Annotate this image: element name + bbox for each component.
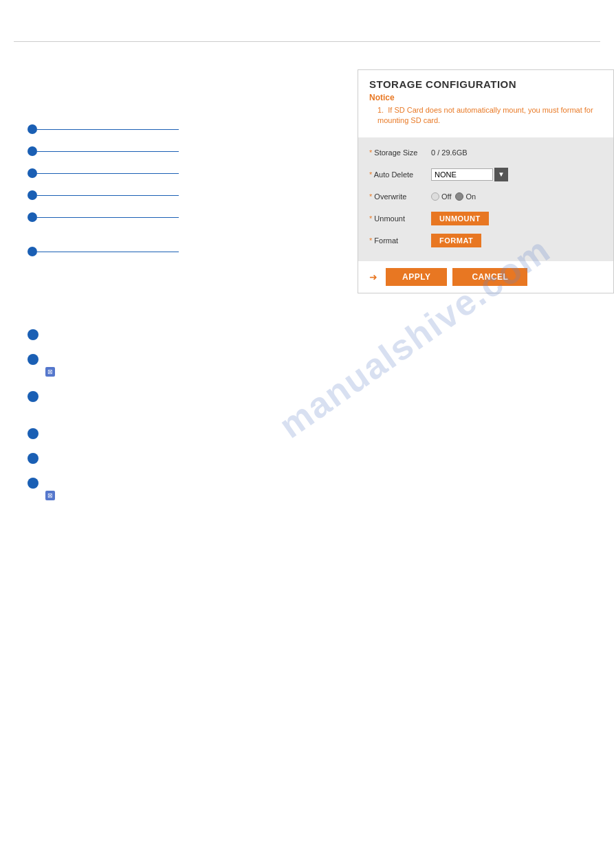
top-divider: [14, 41, 600, 42]
annotation-dot-2: [28, 146, 37, 156]
bullet-text-1: [45, 328, 47, 340]
annotation-line-2: [37, 151, 179, 152]
bullet-dot-6: [28, 478, 39, 489]
annotation-line-4: [37, 195, 179, 196]
auto-delete-row: Auto Delete NONE ▼: [369, 166, 602, 183]
auto-delete-select[interactable]: NONE: [431, 168, 493, 181]
bullet-item-6: ⊠: [28, 476, 586, 501]
storage-size-label: Storage Size: [369, 148, 431, 157]
overwrite-row: Overwrite Off On: [369, 188, 602, 205]
bullet-text-2: ⊠: [45, 353, 58, 377]
bullet-text-4: [45, 427, 47, 439]
storage-config-panel: STORAGE CONFIGURATION Notice 1. If SD Ca…: [358, 69, 614, 293]
annotation-line-6: [37, 252, 179, 252]
auto-delete-label: Auto Delete: [369, 170, 431, 179]
format-label: Format: [369, 236, 431, 245]
annotation-dot-5: [28, 212, 37, 222]
notice-text: 1. If SD Card does not automatically mou…: [369, 105, 602, 126]
notice-label: Notice: [369, 93, 602, 102]
overwrite-on-radio[interactable]: [455, 192, 463, 201]
unmount-row: Unmount UNMOUNT: [369, 210, 602, 227]
annotation-dot-1: [28, 124, 37, 134]
annotation-dot-6: [28, 247, 37, 256]
bullet-dot-3: [28, 391, 39, 402]
annotation-line-5: [37, 217, 179, 218]
config-form: Storage Size 0 / 29.6GB Auto Delete NONE…: [358, 137, 613, 261]
bullet-text-3: [45, 390, 47, 414]
unmount-button[interactable]: UNMOUNT: [431, 212, 489, 225]
bullet-dot-1: [28, 329, 39, 340]
bullet-text-5: [45, 452, 47, 464]
small-icon-2: ⊠: [45, 491, 55, 500]
bullet-item-2: ⊠: [28, 353, 586, 377]
bullet-dot-5: [28, 453, 39, 464]
overwrite-on-option[interactable]: On: [455, 192, 476, 201]
overwrite-label: Overwrite: [369, 192, 431, 201]
apply-button[interactable]: APPLY: [386, 268, 447, 286]
arrow-icon: ➜: [369, 271, 377, 282]
left-annotations: [28, 56, 179, 265]
overwrite-off-label: Off: [441, 192, 451, 201]
bullet-dot-2: [28, 354, 39, 365]
bullet-item-5: [28, 452, 586, 464]
bottom-bullets-section: ⊠ ⊠: [0, 314, 614, 527]
storage-size-row: Storage Size 0 / 29.6GB: [369, 144, 602, 161]
unmount-label: Unmount: [369, 214, 431, 223]
storage-size-value: 0 / 29.6GB: [431, 148, 468, 157]
panel-title: STORAGE CONFIGURATION: [369, 78, 602, 90]
annotation-dot-4: [28, 190, 37, 200]
annotation-line-3: [37, 173, 179, 174]
bullet-item-4: [28, 427, 586, 439]
small-icon-1: ⊠: [45, 367, 55, 377]
annotation-line-1: [37, 129, 179, 130]
action-row: ➜ APPLY CANCEL: [358, 261, 613, 293]
overwrite-on-label: On: [465, 192, 476, 201]
bullet-dot-4: [28, 428, 39, 439]
overwrite-radio-group: Off On: [431, 192, 476, 201]
dropdown-arrow-icon[interactable]: ▼: [494, 168, 508, 181]
annotation-dot-3: [28, 168, 37, 178]
auto-delete-dropdown-container: NONE ▼: [431, 168, 508, 181]
bullet-item-1: [28, 328, 586, 340]
format-button[interactable]: FORMAT: [431, 234, 481, 247]
overwrite-off-option[interactable]: Off: [431, 192, 451, 201]
overwrite-off-radio[interactable]: [431, 192, 439, 201]
format-row: Format FORMAT: [369, 232, 602, 249]
bullet-text-6: ⊠: [45, 476, 58, 501]
cancel-button[interactable]: CANCEL: [452, 268, 527, 286]
panel-header: STORAGE CONFIGURATION Notice 1. If SD Ca…: [358, 70, 613, 132]
bullet-item-3: [28, 390, 586, 414]
